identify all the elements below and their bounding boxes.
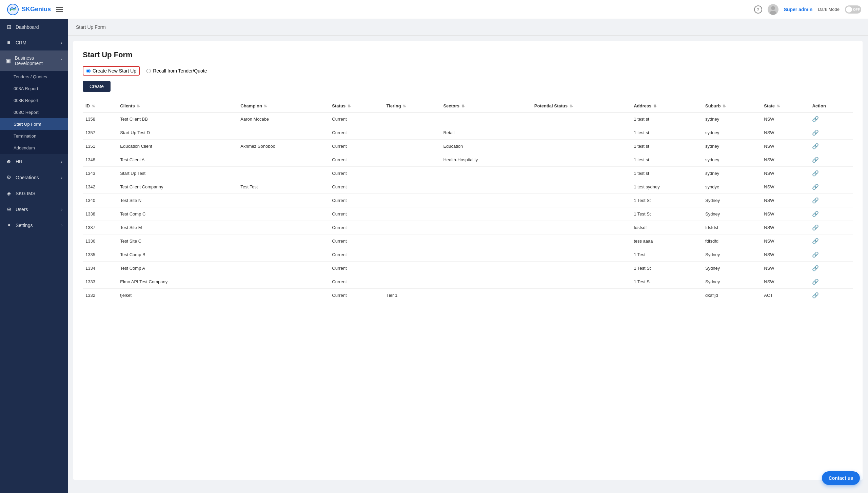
- sort-icon-address[interactable]: ⇅: [653, 104, 656, 108]
- edit-icon[interactable]: 🔗: [812, 198, 819, 203]
- logo-icon: [7, 3, 19, 16]
- sidebar-item-dashboard[interactable]: ⊞ Dashboard: [0, 19, 68, 35]
- submenu-addendum[interactable]: Addendum: [0, 142, 68, 154]
- sort-icon-suburb[interactable]: ⇅: [723, 104, 726, 108]
- cell-address: 1 test st: [631, 153, 703, 167]
- table-row: 1357 Start Up Test D Current Retail 1 te…: [83, 126, 853, 140]
- help-icon[interactable]: ?: [754, 5, 762, 14]
- cell-state: NSW: [761, 234, 809, 248]
- cell-suburb: sydney: [703, 126, 761, 140]
- cell-action: 🔗: [809, 234, 853, 248]
- col-id: ID ⇅: [83, 100, 117, 112]
- cell-tiering: [384, 194, 441, 207]
- cell-tiering: [384, 275, 441, 289]
- sidebar-item-hr[interactable]: ☻ HR ›: [0, 154, 68, 169]
- sort-icon-champion[interactable]: ⇅: [264, 104, 267, 108]
- sidebar-item-label: CRM: [16, 40, 26, 45]
- svg-point-2: [770, 11, 776, 15]
- cell-champion: [238, 289, 329, 302]
- sort-icon-state[interactable]: ⇅: [777, 104, 780, 108]
- submenu-008b[interactable]: 008B Report: [0, 95, 68, 106]
- create-new-startup-option[interactable]: Create New Start Up: [83, 66, 140, 76]
- edit-icon[interactable]: 🔗: [812, 211, 819, 217]
- cell-sectors: [440, 167, 531, 180]
- sidebar-item-label: Dashboard: [16, 24, 39, 30]
- recall-tender-option[interactable]: Recall from Tender/Quote: [146, 68, 207, 74]
- settings-icon: ✦: [5, 222, 12, 228]
- cell-potential-status: [532, 207, 631, 221]
- cell-state: NSW: [761, 126, 809, 140]
- sidebar-item-operations[interactable]: ⚙ Operations ›: [0, 169, 68, 185]
- sort-icon-id[interactable]: ⇅: [92, 104, 95, 108]
- sidebar-item-skg-ims[interactable]: ◈ SKG IMS: [0, 185, 68, 201]
- edit-icon[interactable]: 🔗: [812, 238, 819, 244]
- operations-icon: ⚙: [5, 174, 12, 181]
- sort-icon-sectors[interactable]: ⇅: [461, 104, 465, 108]
- submenu-008a[interactable]: 008A Report: [0, 83, 68, 95]
- cell-potential-status: [532, 112, 631, 126]
- cell-champion: [238, 167, 329, 180]
- table-body: 1358 Test Client BB Aaron Mccabe Current…: [83, 112, 853, 302]
- cell-clients: Start Up Test D: [117, 126, 238, 140]
- cell-sectors: [440, 289, 531, 302]
- main-content: Start Up Form Start Up Form Create New S…: [68, 19, 868, 493]
- col-suburb: Suburb ⇅: [703, 100, 761, 112]
- cell-status: Current: [329, 248, 383, 262]
- sort-icon-status[interactable]: ⇅: [348, 104, 351, 108]
- sidebar-item-label: Users: [16, 207, 28, 212]
- submenu-termination[interactable]: Termination: [0, 130, 68, 142]
- sidebar-item-users[interactable]: ⊕ Users ›: [0, 201, 68, 217]
- sort-icon-clients[interactable]: ⇅: [137, 104, 140, 108]
- hamburger-menu[interactable]: [56, 7, 63, 12]
- cell-sectors: [440, 112, 531, 126]
- cell-status: Current: [329, 262, 383, 275]
- edit-icon[interactable]: 🔗: [812, 116, 819, 122]
- cell-status: Current: [329, 234, 383, 248]
- table-row: 1337 Test Site M Current fdsfsdf fdsfdsf…: [83, 221, 853, 234]
- contact-us-button[interactable]: Contact us: [822, 471, 860, 485]
- table-row: 1340 Test Site N Current 1 Test St Sydne…: [83, 194, 853, 207]
- sidebar-item-crm[interactable]: ≡ CRM ›: [0, 35, 68, 50]
- edit-icon[interactable]: 🔗: [812, 184, 819, 190]
- dark-mode-toggle[interactable]: OFF: [845, 5, 861, 14]
- edit-icon[interactable]: 🔗: [812, 279, 819, 285]
- sidebar-item-settings[interactable]: ✦ Settings ›: [0, 217, 68, 233]
- crm-arrow-icon: ›: [61, 40, 62, 45]
- edit-icon[interactable]: 🔗: [812, 170, 819, 176]
- page-title: Start Up Form: [83, 50, 853, 59]
- cell-champion: Test Test: [238, 180, 329, 194]
- edit-icon[interactable]: 🔗: [812, 292, 819, 298]
- submenu-008c[interactable]: 008C Report: [0, 106, 68, 118]
- create-new-startup-radio[interactable]: [86, 69, 91, 73]
- sort-icon-tiering[interactable]: ⇅: [403, 104, 406, 108]
- sidebar-item-business-development[interactable]: ▣ Business Development ˅: [0, 50, 68, 71]
- cell-clients: Test Comp C: [117, 207, 238, 221]
- edit-icon[interactable]: 🔗: [812, 225, 819, 230]
- cell-tiering: [384, 126, 441, 140]
- cell-clients: Test Comp A: [117, 262, 238, 275]
- table-row: 1358 Test Client BB Aaron Mccabe Current…: [83, 112, 853, 126]
- submenu-start-up-form[interactable]: Start Up Form: [0, 118, 68, 130]
- edit-icon[interactable]: 🔗: [812, 252, 819, 258]
- cell-status: Current: [329, 194, 383, 207]
- edit-icon[interactable]: 🔗: [812, 265, 819, 271]
- svg-point-1: [771, 6, 775, 10]
- cell-status: Current: [329, 140, 383, 153]
- cell-potential-status: [532, 262, 631, 275]
- cell-champion: Aaron Mccabe: [238, 112, 329, 126]
- edit-icon[interactable]: 🔗: [812, 157, 819, 163]
- logo: SKGenius: [7, 3, 51, 16]
- create-button[interactable]: Create: [83, 81, 111, 92]
- submenu-tenders-quotes[interactable]: Tenders / Quotes: [0, 71, 68, 83]
- user-name[interactable]: Super admin: [784, 7, 813, 12]
- data-table: ID ⇅ Clients ⇅ Champion ⇅ Status ⇅ Tieri…: [83, 100, 853, 302]
- edit-icon[interactable]: 🔗: [812, 130, 819, 136]
- cell-sectors: [440, 194, 531, 207]
- recall-tender-radio[interactable]: [146, 69, 151, 73]
- cell-address: tess aaaa: [631, 234, 703, 248]
- table-row: 1342 Test Client Companny Test Test Curr…: [83, 180, 853, 194]
- cell-status: Current: [329, 180, 383, 194]
- edit-icon[interactable]: 🔗: [812, 143, 819, 149]
- sort-icon-potential[interactable]: ⇅: [570, 104, 573, 108]
- cell-action: 🔗: [809, 275, 853, 289]
